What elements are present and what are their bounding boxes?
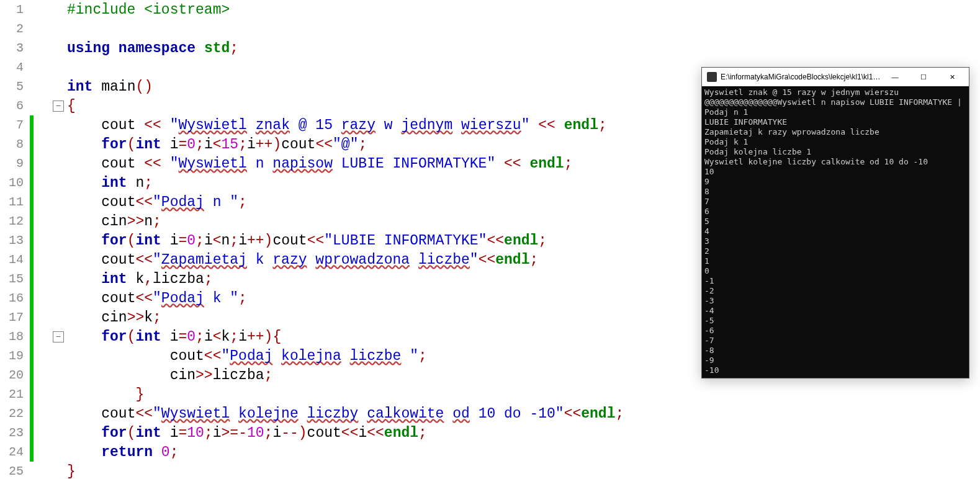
line-number: 9 bbox=[0, 156, 30, 171]
change-margin bbox=[30, 404, 50, 423]
code-content[interactable]: int k,liczba; bbox=[67, 271, 213, 287]
change-margin bbox=[30, 442, 50, 462]
code-content[interactable]: cout<<"Podaj kolejna liczbe "; bbox=[67, 348, 427, 364]
console-window: E:\informatykaMiGra\codeBlocks\lekcje\kl… bbox=[701, 67, 969, 378]
code-content[interactable]: cout << "Wyswietl znak @ 15 razy w jedny… bbox=[67, 117, 607, 133]
line-number: 2 bbox=[0, 22, 30, 36]
line-number: 4 bbox=[0, 60, 30, 74]
code-content[interactable]: for(int i=0;i<15;i++)cout<<"@"; bbox=[67, 137, 367, 153]
change-margin bbox=[30, 462, 50, 479]
code-content[interactable]: cout<<"Podaj n "; bbox=[67, 194, 247, 210]
change-margin bbox=[30, 192, 50, 212]
window-buttons: — ☐ ✕ bbox=[881, 68, 966, 86]
code-content[interactable]: using namespace std; bbox=[67, 40, 238, 56]
editor-line[interactable]: 23 for(int i=10;i>=-10;i--)cout<<i<<endl… bbox=[0, 423, 980, 442]
code-content[interactable]: for(int i=0;i<k;i++){ bbox=[67, 329, 281, 345]
change-margin bbox=[30, 346, 50, 365]
change-margin bbox=[30, 289, 50, 308]
line-number: 3 bbox=[0, 41, 30, 55]
change-margin bbox=[30, 38, 50, 58]
line-number: 17 bbox=[0, 310, 30, 325]
code-content[interactable]: cout << "Wyswietl n napisow LUBIE INFORM… bbox=[67, 156, 572, 172]
change-margin bbox=[30, 154, 50, 173]
change-margin bbox=[30, 269, 50, 289]
fold-gutter[interactable]: − bbox=[50, 101, 67, 112]
line-number: 7 bbox=[0, 118, 30, 132]
editor-line[interactable]: 25} bbox=[0, 462, 980, 479]
line-number: 10 bbox=[0, 176, 30, 190]
editor-line[interactable]: 24 return 0; bbox=[0, 442, 980, 462]
change-margin bbox=[30, 58, 50, 77]
code-content[interactable]: for(int i=10;i>=-10;i--)cout<<i<<endl; bbox=[67, 425, 427, 441]
change-margin bbox=[30, 135, 50, 154]
line-number: 20 bbox=[0, 368, 30, 382]
change-margin bbox=[30, 327, 50, 346]
code-content[interactable]: cout<<"Podaj k "; bbox=[67, 290, 247, 307]
change-margin bbox=[30, 77, 50, 96]
code-content[interactable]: cin>>liczba; bbox=[67, 367, 272, 383]
fold-toggle-icon[interactable]: − bbox=[53, 331, 64, 342]
console-titlebar[interactable]: E:\informatykaMiGra\codeBlocks\lekcje\kl… bbox=[702, 68, 969, 86]
editor-line[interactable]: 22 cout<<"Wyswietl kolejne liczby calkow… bbox=[0, 404, 980, 423]
change-margin bbox=[30, 250, 50, 269]
fold-gutter[interactable]: − bbox=[50, 331, 67, 342]
code-content[interactable]: int main() bbox=[67, 79, 153, 95]
console-output[interactable]: Wyswietl znak @ 15 razy w jednym wierszu… bbox=[702, 86, 969, 378]
line-number: 14 bbox=[0, 253, 30, 267]
fold-toggle-icon[interactable]: − bbox=[53, 101, 64, 112]
change-margin bbox=[30, 231, 50, 250]
code-content[interactable]: cin>>k; bbox=[67, 310, 161, 326]
change-margin bbox=[30, 385, 50, 404]
change-margin bbox=[30, 308, 50, 327]
code-content[interactable]: } bbox=[67, 387, 144, 403]
code-content[interactable]: int n; bbox=[67, 175, 153, 191]
change-margin bbox=[30, 365, 50, 385]
console-icon bbox=[707, 72, 717, 82]
minimize-button[interactable]: — bbox=[881, 68, 909, 86]
line-number: 18 bbox=[0, 329, 30, 344]
change-margin bbox=[30, 423, 50, 442]
line-number: 24 bbox=[0, 445, 30, 459]
close-button[interactable]: ✕ bbox=[938, 68, 966, 86]
code-content[interactable]: { bbox=[67, 98, 76, 114]
line-number: 15 bbox=[0, 272, 30, 286]
change-margin bbox=[30, 173, 50, 192]
console-title: E:\informatykaMiGra\codeBlocks\lekcje\kl… bbox=[721, 73, 881, 81]
line-number: 23 bbox=[0, 426, 30, 440]
code-content[interactable]: #include <iostream> bbox=[67, 2, 230, 18]
code-content[interactable]: cout<<"Wyswietl kolejne liczby calkowite… bbox=[67, 406, 624, 422]
change-margin bbox=[30, 19, 50, 38]
change-margin bbox=[30, 96, 50, 115]
code-content[interactable]: return 0; bbox=[67, 444, 178, 460]
line-number: 12 bbox=[0, 214, 30, 228]
editor-line[interactable]: 3using namespace std; bbox=[0, 38, 980, 58]
line-number: 16 bbox=[0, 291, 30, 305]
line-number: 22 bbox=[0, 406, 30, 421]
line-number: 19 bbox=[0, 349, 30, 363]
editor-line[interactable]: 1#include <iostream> bbox=[0, 0, 980, 19]
change-margin bbox=[30, 115, 50, 135]
line-number: 11 bbox=[0, 195, 30, 209]
line-number: 6 bbox=[0, 99, 30, 113]
code-content[interactable]: for(int i=0;i<n;i++)cout<<"LUBIE INFORMA… bbox=[67, 233, 547, 249]
line-number: 5 bbox=[0, 79, 30, 94]
change-margin bbox=[30, 212, 50, 231]
line-number: 21 bbox=[0, 387, 30, 401]
line-number: 1 bbox=[0, 2, 30, 17]
editor-line[interactable]: 2 bbox=[0, 19, 980, 38]
line-number: 13 bbox=[0, 233, 30, 248]
editor-line[interactable]: 21 } bbox=[0, 385, 980, 404]
change-margin bbox=[30, 0, 50, 19]
line-number: 25 bbox=[0, 464, 30, 478]
line-number: 8 bbox=[0, 137, 30, 151]
code-content[interactable]: } bbox=[67, 463, 76, 480]
code-content[interactable]: cin>>n; bbox=[67, 213, 161, 230]
code-content[interactable]: cout<<"Zapamietaj k razy wprowadzona lic… bbox=[67, 252, 538, 268]
maximize-button[interactable]: ☐ bbox=[909, 68, 938, 86]
